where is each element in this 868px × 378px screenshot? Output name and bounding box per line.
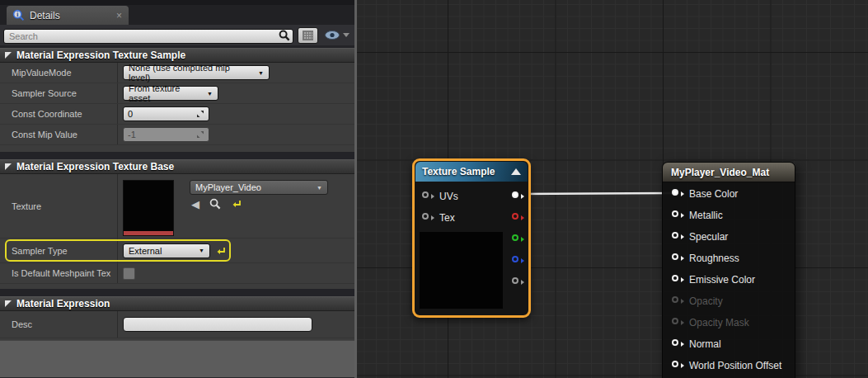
- input-pin-normal[interactable]: [672, 339, 678, 346]
- asset-name: MyPlayer_Video: [195, 182, 261, 192]
- property-row-mipvaluemode: MipValueMode None (use computed mip leve…: [0, 63, 354, 83]
- property-label: Desc: [0, 311, 118, 338]
- collapse-arrow-icon: [5, 163, 12, 170]
- const-mip-value-input: -1: [123, 127, 209, 142]
- sampler-source-dropdown[interactable]: From texture asset ▼: [123, 86, 218, 101]
- property-row-const-mip-value: Const Mip Value -1: [0, 125, 354, 145]
- node-header[interactable]: Texture Sample: [415, 162, 528, 182]
- wire-rgb-to-basecolor[interactable]: [515, 193, 676, 194]
- input-pin-emissive-color[interactable]: [672, 275, 678, 281]
- spin-value: -1: [128, 130, 136, 139]
- output-pin-a[interactable]: [512, 277, 518, 284]
- chevron-down-icon: [343, 33, 350, 37]
- pin-label: Opacity: [689, 295, 723, 307]
- input-pin-uvs[interactable]: [422, 191, 429, 198]
- pin-label: Specular: [689, 231, 728, 243]
- collapse-arrow-icon: [5, 52, 12, 59]
- search-input[interactable]: [3, 29, 293, 44]
- input-pin-roughness[interactable]: [672, 253, 678, 260]
- search-row: [0, 25, 354, 45]
- property-row-texture: Texture MyPlayer_Video ▼ ◀: [0, 174, 354, 239]
- section-header[interactable]: Material Expression Texture Base: [0, 159, 354, 174]
- property-label: Texture: [0, 174, 118, 238]
- node-texture-sample[interactable]: Texture Sample UVs Tex: [412, 158, 531, 318]
- tab-label: Details: [30, 10, 111, 21]
- pin-label: Normal: [689, 338, 721, 350]
- property-row-sampler-source: Sampler Source From texture asset ▼: [0, 83, 354, 104]
- desc-input[interactable]: [123, 317, 312, 332]
- reset-to-default-icon[interactable]: [215, 246, 226, 256]
- output-pin-r[interactable]: [512, 213, 518, 220]
- pin-label: Opacity Mask: [689, 317, 749, 328]
- input-pin-tex[interactable]: [422, 213, 429, 220]
- property-row-const-coordinate: Const Coordinate 0: [0, 104, 354, 125]
- grid-view-icon: [303, 31, 313, 40]
- dropdown-value: From texture asset: [129, 83, 200, 103]
- details-panel: i Details ×: [0, 0, 354, 378]
- tab-close-icon[interactable]: ×: [116, 10, 122, 21]
- const-coordinate-input[interactable]: 0: [123, 106, 209, 121]
- property-row-meshpaint: Is Default Meshpaint Tex: [0, 263, 354, 284]
- pin-label-tex: Tex: [439, 212, 455, 224]
- input-pin-specular[interactable]: [672, 232, 678, 239]
- pin-label: Base Color: [689, 188, 738, 200]
- section-texture-base: Material Expression Texture Base Texture…: [0, 159, 354, 289]
- collapse-arrow-icon: [5, 300, 12, 307]
- tab-bar: i Details ×: [0, 5, 354, 25]
- texture-thumbnail-underline: [124, 231, 173, 235]
- eye-icon: [324, 30, 340, 40]
- chevron-down-icon: ▼: [258, 70, 264, 76]
- pin-label: Metallic: [689, 210, 723, 221]
- pin-label: Roughness: [689, 253, 739, 264]
- dropdown-value: External: [129, 246, 162, 256]
- use-selected-asset-icon[interactable]: ◀: [191, 199, 199, 210]
- input-pin-world-position-offset[interactable]: [672, 361, 678, 367]
- input-pin-metallic[interactable]: [672, 210, 678, 217]
- node-header[interactable]: MyPlayer_Video_Mat: [663, 163, 795, 182]
- property-label: Const Mip Value: [0, 125, 118, 144]
- browse-to-asset-icon[interactable]: [209, 198, 221, 210]
- texture-thumbnail[interactable]: [123, 180, 174, 236]
- section-material-expression: Material Expression Desc: [0, 296, 354, 340]
- property-label: Is Default Meshpaint Tex: [0, 263, 118, 283]
- material-graph-canvas[interactable]: Texture Sample UVs Tex MyPlayer_Video_Ma…: [354, 0, 868, 378]
- input-pin-base-color[interactable]: [672, 189, 678, 196]
- property-label: MipValueMode: [0, 63, 118, 83]
- node-texture-preview: [420, 232, 503, 309]
- output-pin-b[interactable]: [512, 256, 518, 262]
- pin-label: Emissive Color: [689, 274, 755, 286]
- material-editor-window: i Details ×: [0, 0, 868, 378]
- output-pin-g[interactable]: [512, 234, 518, 241]
- property-row-desc: Desc: [0, 311, 354, 338]
- drag-value-icon: [196, 130, 204, 139]
- property-label: Sampler Source: [0, 83, 118, 103]
- property-label: Sampler Type: [0, 239, 118, 262]
- input-pin-opacity-mask: [672, 318, 678, 324]
- section-title: Material Expression: [16, 298, 110, 309]
- reset-to-default-icon[interactable]: [231, 199, 242, 209]
- view-options-button[interactable]: [322, 30, 351, 40]
- section-title: Material Expression Texture Base: [16, 161, 174, 172]
- pin-label: World Position Offset: [689, 360, 781, 371]
- output-pin-rgb[interactable]: [512, 191, 518, 198]
- details-info-icon: i: [12, 9, 25, 21]
- texture-asset-dropdown[interactable]: MyPlayer_Video ▼: [190, 180, 328, 195]
- svg-text:i: i: [16, 11, 18, 18]
- pin-label-uvs: UVs: [439, 191, 458, 202]
- section-title: Material Expression Texture Sample: [16, 50, 185, 61]
- chevron-down-icon: ▼: [207, 91, 213, 97]
- meshpaint-checkbox[interactable]: [123, 267, 135, 280]
- tab-details[interactable]: i Details ×: [7, 6, 129, 25]
- drag-value-icon: [196, 110, 204, 118]
- property-row-sampler-type: Sampler Type External ▼: [0, 239, 354, 263]
- section-header[interactable]: Material Expression: [0, 296, 354, 311]
- search-icon: [279, 30, 290, 41]
- mipvaluemode-dropdown[interactable]: None (use computed mip level) ▼: [123, 65, 270, 80]
- property-matrix-button[interactable]: [298, 27, 318, 44]
- dropdown-value: None (use computed mip level): [129, 63, 251, 83]
- collapse-up-icon[interactable]: [511, 168, 521, 175]
- sampler-type-dropdown[interactable]: External ▼: [123, 243, 210, 258]
- node-material-result[interactable]: MyPlayer_Video_Mat Base Color Metallic S…: [662, 162, 795, 378]
- section-header[interactable]: Material Expression Texture Sample: [0, 48, 354, 63]
- panel-empty-area: [0, 340, 354, 377]
